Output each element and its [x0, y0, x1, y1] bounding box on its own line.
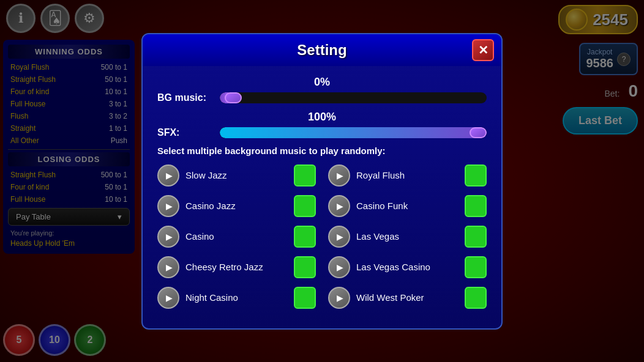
- play-wild-west-poker-button[interactable]: [328, 287, 350, 309]
- bg-music-section: 0% BG music:: [157, 76, 487, 103]
- wild-west-poker-toggle[interactable]: [465, 287, 487, 309]
- music-item-casino-jazz: Casino Jazz: [157, 195, 316, 217]
- sfx-fill: [220, 127, 487, 138]
- music-item-las-vegas-casino: Las Vegas Casino: [328, 256, 487, 278]
- play-casino-button[interactable]: [157, 226, 179, 248]
- las-vegas-casino-toggle[interactable]: [465, 256, 487, 278]
- sfx-percent: 100%: [157, 111, 487, 124]
- casino-jazz-label: Casino Jazz: [185, 201, 288, 211]
- las-vegas-label: Las Vegas: [356, 231, 459, 242]
- slow-jazz-toggle[interactable]: [294, 164, 316, 187]
- modal-body: 0% BG music: 100% SFX:: [143, 66, 501, 319]
- night-casino-toggle[interactable]: [294, 287, 316, 309]
- music-grid: Slow Jazz Royal Flush Casino Jazz Casino…: [157, 164, 487, 309]
- wild-west-poker-label: Wild West Poker: [356, 292, 459, 303]
- bg-music-label: BG music:: [157, 92, 212, 103]
- modal-overlay: Setting ✕ 0% BG music: 100% SFX:: [0, 0, 644, 362]
- casino-jazz-toggle[interactable]: [294, 195, 316, 217]
- bg-music-slider[interactable]: [220, 92, 487, 103]
- cheesy-retro-jazz-toggle[interactable]: [294, 256, 316, 278]
- las-vegas-casino-label: Las Vegas Casino: [356, 262, 459, 272]
- music-item-wild-west-poker: Wild West Poker: [328, 287, 487, 309]
- sfx-section: 100% SFX:: [157, 111, 487, 138]
- casino-toggle[interactable]: [294, 226, 316, 248]
- sfx-label: SFX:: [157, 127, 212, 138]
- bg-music-thumb: [225, 92, 242, 103]
- play-cheesy-retro-jazz-button[interactable]: [157, 256, 179, 278]
- bg-music-row: BG music:: [157, 92, 487, 103]
- las-vegas-toggle[interactable]: [465, 226, 487, 248]
- slow-jazz-label: Slow Jazz: [185, 170, 288, 180]
- sfx-row: SFX:: [157, 127, 487, 138]
- music-item-casino-funk: Casino Funk: [328, 195, 487, 217]
- music-item-las-vegas: Las Vegas: [328, 226, 487, 248]
- modal-title: Setting: [297, 42, 346, 59]
- music-item-royal-flush: Royal Flush: [328, 164, 487, 187]
- settings-modal: Setting ✕ 0% BG music: 100% SFX:: [141, 33, 503, 330]
- casino-label: Casino: [185, 231, 288, 242]
- bg-music-percent: 0%: [157, 76, 487, 89]
- royal-flush-toggle[interactable]: [465, 164, 487, 187]
- modal-header: Setting ✕: [143, 34, 501, 66]
- play-night-casino-button[interactable]: [157, 287, 179, 309]
- music-item-night-casino: Night Casino: [157, 287, 316, 309]
- play-royal-flush-button[interactable]: [328, 164, 350, 187]
- sfx-thumb: [470, 127, 487, 138]
- modal-close-button[interactable]: ✕: [472, 39, 494, 61]
- select-music-label: Select multiple background music to play…: [157, 146, 487, 156]
- cheesy-retro-jazz-label: Cheesy Retro Jazz: [185, 262, 288, 272]
- play-slow-jazz-button[interactable]: [157, 164, 179, 187]
- play-casino-jazz-button[interactable]: [157, 195, 179, 217]
- night-casino-label: Night Casino: [185, 292, 288, 303]
- casino-funk-label: Casino Funk: [356, 201, 459, 211]
- royal-flush-label: Royal Flush: [356, 170, 459, 180]
- sfx-slider[interactable]: [220, 127, 487, 138]
- play-las-vegas-casino-button[interactable]: [328, 256, 350, 278]
- play-las-vegas-button[interactable]: [328, 226, 350, 248]
- music-item-slow-jazz: Slow Jazz: [157, 164, 316, 187]
- music-item-casino: Casino: [157, 226, 316, 248]
- play-casino-funk-button[interactable]: [328, 195, 350, 217]
- casino-funk-toggle[interactable]: [465, 195, 487, 217]
- music-item-cheesy-retro-jazz: Cheesy Retro Jazz: [157, 256, 316, 278]
